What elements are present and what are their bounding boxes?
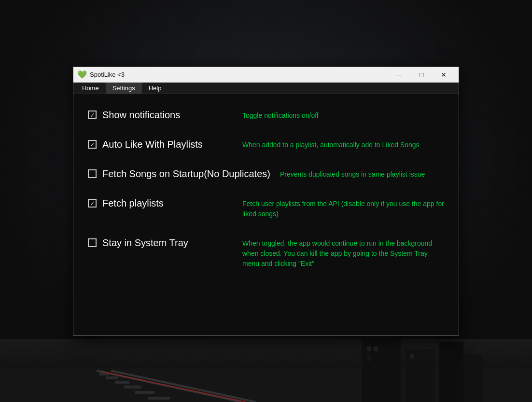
- checkbox-show-notifications[interactable]: [88, 111, 97, 119]
- checkbox-fetch-playlists[interactable]: [88, 199, 97, 208]
- label-auto-like: Auto Like With Playlists: [102, 139, 203, 150]
- app-window: 💚 SpotiLike <3 ─ □ ✕ Home Settings Help …: [73, 67, 459, 336]
- label-fetch-songs: Fetch Songs on Startup(No Duplicates): [102, 168, 270, 180]
- app-icon: 💚: [77, 70, 87, 79]
- svg-rect-13: [463, 354, 483, 402]
- label-fetch-playlists: Fetch playlists: [102, 198, 164, 209]
- checkbox-fetch-songs[interactable]: [88, 169, 97, 178]
- setting-left-fetch-songs: Fetch Songs on Startup(No Duplicates): [88, 167, 270, 180]
- setting-left-auto-like: Auto Like With Playlists: [88, 138, 233, 150]
- minimize-button[interactable]: ─: [388, 67, 410, 83]
- setting-left-fetch-playlists: Fetch playlists: [88, 197, 233, 209]
- menu-item-home[interactable]: Home: [75, 83, 106, 94]
- setting-auto-like: Auto Like With Playlists When added to a…: [88, 138, 444, 150]
- desc-fetch-playlists: Fetch user playlists from the API (disab…: [233, 197, 444, 219]
- setting-left-system-tray: Stay in System Tray: [88, 236, 233, 249]
- menu-item-help[interactable]: Help: [142, 83, 168, 94]
- setting-system-tray: Stay in System Tray When toggled, the ap…: [88, 236, 444, 269]
- checkbox-auto-like[interactable]: [88, 140, 97, 149]
- menu-item-settings[interactable]: Settings: [106, 83, 142, 94]
- setting-fetch-songs: Fetch Songs on Startup(No Duplicates) Pr…: [88, 167, 444, 180]
- setting-left-show-notifications: Show notifications: [88, 109, 233, 121]
- label-show-notifications: Show notifications: [102, 110, 180, 121]
- window-controls: ─ □ ✕: [388, 67, 455, 83]
- maximize-button[interactable]: □: [410, 67, 433, 83]
- window-title: SpotiLike <3: [90, 71, 388, 78]
- svg-rect-15: [374, 347, 378, 351]
- settings-content: Show notifications Toggle notifications …: [73, 94, 459, 335]
- desc-system-tray: When toggled, the app would continue to …: [233, 236, 444, 269]
- svg-rect-11: [406, 349, 434, 402]
- checkbox-system-tray[interactable]: [88, 238, 97, 247]
- desc-auto-like: When added to a playlist, automatically …: [233, 138, 444, 150]
- desc-fetch-songs: Prevents duplicated songs in same playli…: [270, 167, 444, 180]
- svg-rect-17: [410, 354, 414, 359]
- svg-rect-14: [367, 347, 371, 351]
- svg-rect-12: [439, 342, 463, 402]
- setting-show-notifications: Show notifications Toggle notifications …: [88, 109, 444, 121]
- svg-rect-16: [367, 356, 371, 361]
- desc-show-notifications: Toggle notifications on/off: [233, 109, 444, 121]
- setting-fetch-playlists: Fetch playlists Fetch user playlists fro…: [88, 197, 444, 219]
- menu-bar: Home Settings Help: [73, 83, 459, 94]
- close-button[interactable]: ✕: [433, 67, 455, 83]
- title-bar: 💚 SpotiLike <3 ─ □ ✕: [73, 67, 459, 83]
- label-system-tray: Stay in System Tray: [102, 237, 188, 249]
